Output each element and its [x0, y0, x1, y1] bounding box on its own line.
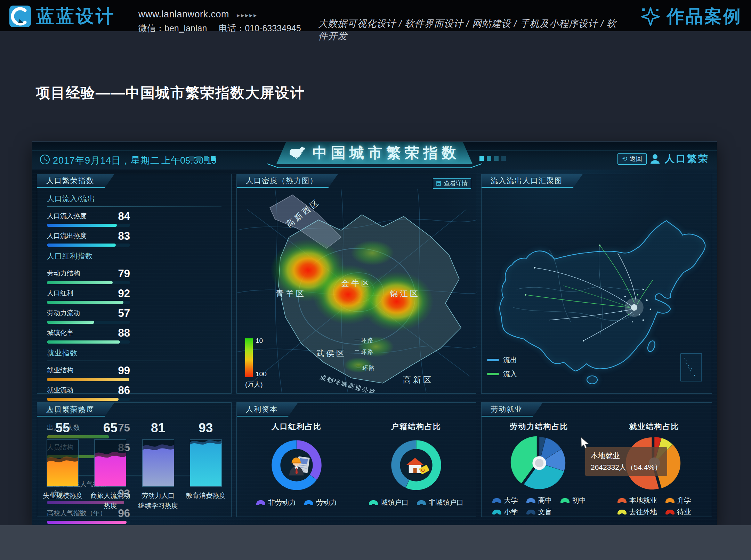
- heat-value: 81: [151, 421, 165, 435]
- legend-label: 文盲: [538, 507, 552, 517]
- legend-item[interactable]: 待业: [665, 507, 691, 517]
- metric: 人口流入热度84: [47, 211, 130, 227]
- china-outline: [500, 221, 705, 384]
- legend-item[interactable]: 高中: [526, 496, 552, 505]
- panel-tab: 人口密度（热力图）: [237, 174, 338, 188]
- back-label: 返回: [630, 155, 642, 163]
- metric-bar: [47, 281, 130, 284]
- section-divider: [47, 264, 221, 264]
- legend-item[interactable]: 城镇户口: [369, 498, 409, 507]
- heat-value: 93: [199, 421, 213, 435]
- services-text: 大数据可视化设计 / 软件界面设计 / 网站建设 / 手机及小程序设计 / 软件…: [318, 17, 624, 42]
- sparkle-icon: [640, 6, 661, 27]
- chart-labor-structure: 劳动力结构占比 大学高中初中小学文盲: [482, 418, 597, 517]
- legend-item[interactable]: 流出: [487, 355, 517, 365]
- metric-bar: [47, 378, 130, 381]
- chart-legend: 大学高中初中小学文盲: [492, 496, 586, 517]
- legend-label: 去往外地: [629, 507, 657, 517]
- metric: 劳动力结构79: [47, 268, 130, 284]
- south-china-sea-inset: [681, 354, 702, 381]
- legend-marker: [417, 500, 426, 505]
- chart-title: 就业结构占比: [629, 421, 679, 432]
- legend-item[interactable]: 小学: [492, 507, 518, 517]
- liquid-gauge: [190, 439, 222, 487]
- flow-out-label: 流出: [503, 355, 517, 365]
- view-details-button[interactable]: 查看详情: [433, 178, 471, 189]
- legend-label: 小学: [504, 507, 518, 517]
- legend-item[interactable]: 本地就业: [617, 496, 657, 505]
- panel-tab: 人口繁荣指数: [37, 174, 114, 188]
- site-url[interactable]: www.lanlanwork.com: [138, 9, 229, 19]
- metric-value: 86: [118, 385, 130, 396]
- tooltip-title: 本地就业: [591, 450, 662, 462]
- legend-item[interactable]: 初中: [560, 496, 586, 505]
- clock-icon: [40, 154, 50, 165]
- heat-bar: 81劳动力人口 继续学习热度: [136, 421, 180, 511]
- dashboard-topbar: 2017年9月14日，星期二 上午09:30:19 中国城市繁荣指数 ⟲ 返回: [32, 142, 717, 170]
- heat-label: 劳动力人口 继续学习热度: [138, 491, 178, 511]
- road-label: 三环路: [356, 365, 376, 371]
- chart-title: 户籍结构占比: [391, 421, 441, 432]
- legend-unit: (万人): [245, 380, 267, 389]
- panel-tab: 人口繁荣热度: [37, 403, 114, 417]
- panel-flow-map: 流入流出人口汇聚图: [481, 174, 712, 394]
- metric: 就业流动86: [47, 385, 130, 401]
- flow-in-label: 流入: [503, 369, 517, 379]
- metric-label: 人口流入热度: [47, 212, 87, 222]
- legend-marker: [369, 500, 378, 505]
- portfolio-label: 作品案例: [667, 5, 742, 28]
- district-label: 青羊区: [276, 289, 306, 298]
- legend-marker: [492, 510, 501, 514]
- heat-bar: 65商旅人流流动热度: [88, 421, 132, 511]
- person-icon: [649, 153, 661, 164]
- panel-tab: 流入流出人口汇聚图: [482, 174, 583, 188]
- chart-title: 劳动力结构占比: [510, 421, 568, 432]
- details-label: 查看详情: [444, 179, 468, 187]
- legend-item[interactable]: 去往外地: [617, 507, 657, 517]
- heat-value: 55: [56, 421, 70, 435]
- user-block[interactable]: 人口繁荣: [649, 152, 709, 165]
- legend-item[interactable]: 文盲: [526, 507, 552, 517]
- metric-value: 92: [118, 288, 130, 299]
- panel-tab: 人利资本: [237, 403, 298, 417]
- legend-item[interactable]: 流入: [487, 369, 517, 379]
- legend-marker: [304, 500, 313, 505]
- pie-center: [532, 456, 546, 470]
- chart-legend: 本地就业升学去往外地待业: [617, 496, 691, 517]
- metric: 劳动力流动57: [47, 308, 130, 324]
- panel-density-heatmap: 人口密度（热力图） 查看详情: [236, 174, 476, 394]
- legend-label: 本地就业: [629, 496, 657, 505]
- liquid-gauge: [94, 439, 126, 487]
- back-button[interactable]: ⟲ 返回: [617, 153, 647, 165]
- metric-label: 人口红利: [47, 289, 73, 299]
- legend-item[interactable]: 升学: [665, 496, 691, 505]
- legend-item[interactable]: 非城镇户口: [417, 498, 463, 507]
- legend-item[interactable]: 劳动力: [304, 498, 337, 507]
- district-label: 武侯区: [316, 349, 346, 358]
- dashboard-title-banner: 中国城市繁荣指数: [276, 142, 473, 164]
- metric-bar: [47, 224, 130, 227]
- site-header: 蓝蓝设计 www.lanlanwork.com▸▸▸▸▸ 微信：ben_lanl…: [0, 0, 751, 31]
- legend-item[interactable]: 非劳动力: [256, 498, 296, 507]
- metric-bar: [47, 244, 130, 247]
- legend-marker: [256, 500, 265, 505]
- legend-label: 初中: [572, 496, 586, 505]
- legend-marker: [665, 498, 675, 503]
- banner-chevron-line: [267, 163, 482, 169]
- section-divider: [47, 361, 221, 361]
- city-heatmap: 高新西区 青羊区 金牛区 锦江区 武侯区 高新区 一环路 二环路 三环路 成都绕…: [237, 189, 477, 393]
- legend-item[interactable]: 大学: [492, 496, 518, 505]
- heat-bar: 93教育消费热度: [184, 421, 228, 511]
- legend-marker: [560, 498, 570, 503]
- donut-dividend: [265, 434, 328, 496]
- road-label: 二环路: [354, 349, 374, 355]
- district-label: 高新区: [403, 375, 433, 384]
- portfolio-link[interactable]: 作品案例: [640, 5, 742, 28]
- legend-label: 非劳动力: [268, 498, 296, 507]
- logo[interactable]: 蓝蓝设计: [9, 4, 115, 28]
- section-title: 人口红利指数: [47, 251, 221, 261]
- metric-label: 就业结构: [47, 366, 73, 376]
- metric-value: 84: [118, 211, 130, 222]
- metric-bar: [47, 321, 130, 324]
- metric: 就业结构99: [47, 365, 130, 381]
